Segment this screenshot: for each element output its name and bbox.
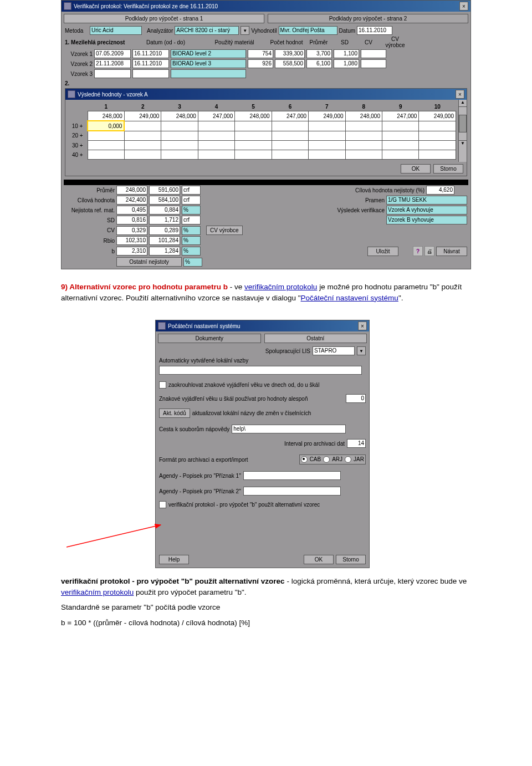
v2-mat[interactable]: BIORAD level 3 xyxy=(171,59,246,68)
radio-arj[interactable] xyxy=(323,456,330,463)
tab-page1[interactable]: Podklady pro výpočet - strana 1 xyxy=(64,14,264,23)
cell[interactable] xyxy=(272,150,308,160)
v1-sd[interactable]: 3,700 xyxy=(306,49,332,58)
cell[interactable] xyxy=(345,141,382,150)
cil-b[interactable]: 584,100 xyxy=(149,196,180,205)
cv-b[interactable]: 0,289 xyxy=(149,226,180,235)
nej-a[interactable]: 0,495 xyxy=(116,206,147,215)
cell[interactable] xyxy=(124,131,161,141)
v1-mat[interactable]: BIORAD level 2 xyxy=(171,49,246,58)
cell[interactable] xyxy=(309,131,345,141)
b-a[interactable]: 2,310 xyxy=(116,247,147,256)
tab-ostatni[interactable]: Ostatní xyxy=(264,334,367,343)
v3-mat[interactable] xyxy=(171,69,246,78)
cv-a[interactable]: 0,329 xyxy=(116,226,147,235)
cell[interactable] xyxy=(272,121,308,131)
cell[interactable] xyxy=(382,121,419,131)
v2-pocet[interactable]: 926 xyxy=(248,59,273,68)
radio-jar[interactable] xyxy=(345,456,351,463)
tab-page2[interactable]: Podklady pro výpočet - strana 2 xyxy=(268,14,468,23)
cell[interactable] xyxy=(198,150,234,160)
cell[interactable] xyxy=(198,141,234,150)
storno-button[interactable]: Storno xyxy=(336,555,366,564)
vysledek-b-input[interactable]: Vzorek B vyhovuje xyxy=(386,216,467,224)
interval-input[interactable]: 14 xyxy=(347,439,366,448)
chk-alt-vzorec[interactable] xyxy=(159,501,166,508)
chk-zaokrouhlovat[interactable] xyxy=(159,381,166,389)
cell[interactable] xyxy=(345,131,382,141)
cell[interactable] xyxy=(124,121,161,131)
cell[interactable] xyxy=(88,150,124,160)
close-icon[interactable]: × xyxy=(358,321,367,330)
cell[interactable]: 249,000 xyxy=(124,111,161,121)
ok-button[interactable]: OK xyxy=(304,555,334,564)
v2-cv[interactable]: 1,080 xyxy=(334,59,359,68)
b-b[interactable]: 1,284 xyxy=(149,247,180,256)
cell[interactable] xyxy=(235,141,272,150)
v1-cv[interactable]: 1,100 xyxy=(334,49,359,58)
pramen-input[interactable]: 1/G TMU SEKK xyxy=(386,196,467,205)
cell[interactable] xyxy=(382,150,419,160)
cell[interactable]: 248,000 xyxy=(88,111,124,121)
v1-prumer[interactable]: 339,300 xyxy=(275,49,305,58)
link-verif-protokol[interactable]: verifikačním protokolu xyxy=(244,283,317,291)
link-verif-protokol-2[interactable]: verifikačním protokolu xyxy=(61,588,134,596)
cell[interactable]: 248,000 xyxy=(161,111,198,121)
ag1-input[interactable] xyxy=(243,471,341,480)
cell[interactable] xyxy=(161,150,198,160)
cell[interactable] xyxy=(124,141,161,150)
v2-cvv[interactable] xyxy=(361,59,386,68)
cell[interactable]: 249,000 xyxy=(419,111,456,121)
ulozit-button[interactable]: Uložit xyxy=(367,247,398,256)
chevron-down-icon[interactable]: ▼ xyxy=(357,346,366,355)
cell-active[interactable]: 0,000 xyxy=(88,121,124,131)
rbio-b[interactable]: 101,284 xyxy=(149,236,180,245)
akt-kodu-button[interactable]: Akt. kódů xyxy=(159,408,190,418)
cv-vyrobce-button[interactable]: CV výrobce xyxy=(206,226,243,235)
prumer-b[interactable]: 591,600 xyxy=(149,186,180,195)
cell[interactable] xyxy=(235,150,272,160)
cell[interactable] xyxy=(161,131,198,141)
v1-cvv[interactable] xyxy=(361,49,386,58)
ostatni-nejistoty-button[interactable]: Ostatní nejistoty xyxy=(116,257,182,267)
cilova-nejistota-input[interactable]: 4,620 xyxy=(426,186,454,195)
tab-dokumenty[interactable]: Dokumenty xyxy=(158,334,261,343)
v2-od[interactable]: 21.11.2008 xyxy=(94,59,131,68)
rbio-a[interactable]: 102,310 xyxy=(116,236,147,245)
cell[interactable] xyxy=(345,121,382,131)
radio-cab[interactable] xyxy=(301,456,308,463)
v1-od[interactable]: 07.05.2009 xyxy=(94,49,131,58)
cell[interactable] xyxy=(419,131,456,141)
v1-pocet[interactable]: 754 xyxy=(248,49,273,58)
v1-do[interactable]: 16.11.2010 xyxy=(132,49,169,58)
cell[interactable]: 247,000 xyxy=(382,111,419,121)
cell[interactable] xyxy=(419,150,456,160)
v2-do[interactable]: 16.11.2010 xyxy=(132,59,169,68)
close-icon[interactable]: × xyxy=(456,90,464,99)
close-icon[interactable]: × xyxy=(459,2,468,11)
storno-button[interactable]: Storno xyxy=(433,164,463,173)
ag2-input[interactable] xyxy=(243,487,341,496)
cell[interactable]: 248,000 xyxy=(345,111,382,121)
analyzator-input[interactable]: ARCHI 8200 ci - starý xyxy=(175,26,239,35)
cell[interactable] xyxy=(235,121,272,131)
vyhodnotil-input[interactable]: Mvr. Ondřej Pošta xyxy=(279,26,337,35)
cell[interactable] xyxy=(272,141,308,150)
lis-select[interactable]: STAPRO xyxy=(313,346,355,355)
cesta-input[interactable]: help\ xyxy=(232,425,346,433)
cell[interactable] xyxy=(419,121,456,131)
metoda-input[interactable]: Uric Acid xyxy=(90,26,142,35)
v3-od[interactable] xyxy=(94,69,131,78)
vysledek-a-input[interactable]: Vzorek A vyhovuje xyxy=(386,206,467,215)
cell[interactable]: 249,000 xyxy=(309,111,345,121)
chevron-down-icon[interactable]: ▼ xyxy=(241,26,249,35)
navrat-button[interactable]: Návrat xyxy=(436,247,467,256)
cil-a[interactable]: 242,400 xyxy=(116,196,147,205)
cell[interactable] xyxy=(161,121,198,131)
ok-button[interactable]: OK xyxy=(401,164,431,173)
prumer-a[interactable]: 248,000 xyxy=(116,186,147,195)
cell[interactable]: 247,000 xyxy=(198,111,234,121)
sd-a[interactable]: 0,816 xyxy=(116,216,147,224)
scrollbar[interactable]: ▲ ▼ xyxy=(458,100,467,162)
cell[interactable] xyxy=(309,150,345,160)
